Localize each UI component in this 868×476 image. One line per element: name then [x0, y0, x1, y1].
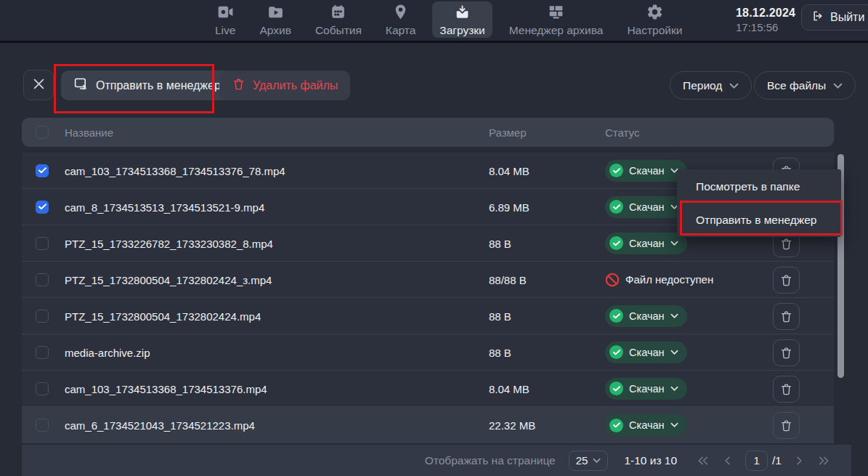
status-text: Скачан — [629, 201, 665, 213]
row-checkbox[interactable] — [36, 310, 49, 323]
status-badge-downloaded[interactable]: Скачан — [605, 305, 687, 327]
current-page-box[interactable]: 1 — [745, 451, 768, 471]
page-size-value: 25 — [576, 454, 588, 467]
delete-file-button[interactable] — [773, 303, 800, 330]
file-size: 8.04 MB — [489, 164, 530, 177]
column-header-name: Название — [65, 126, 113, 139]
tab-map[interactable]: Карта — [378, 1, 423, 38]
tab-archive[interactable]: Архив — [252, 1, 298, 38]
chevron-left-icon — [722, 456, 733, 465]
file-status-cell: Скачан — [605, 196, 687, 218]
range-text: 1-10 из 10 — [624, 454, 677, 467]
chevron-right-icon — [794, 456, 805, 465]
delete-file-button[interactable] — [773, 339, 800, 366]
table-row[interactable]: cam_103_1734513368_1734513376.mp4 8.04 M… — [22, 371, 834, 407]
row-checkbox[interactable] — [36, 164, 49, 177]
file-type-filter-dropdown[interactable]: Все файлы — [754, 71, 856, 100]
column-header-size: Размер — [489, 126, 527, 139]
status-badge-downloaded[interactable]: Скачан — [605, 378, 687, 400]
logout-label: Выйти — [830, 11, 864, 24]
send-to-manager-icon — [73, 76, 89, 94]
status-text: Скачан — [629, 165, 665, 177]
file-name: PTZ_15_1732800504_1732802424_з.mp4 — [65, 273, 272, 286]
row-checkbox[interactable] — [36, 419, 49, 432]
table-row[interactable]: media-archive.zip 88 B Скачан — [22, 334, 834, 371]
tab-downloads[interactable]: Загрузки — [432, 1, 492, 38]
next-page-button[interactable] — [792, 455, 806, 467]
last-page-button[interactable] — [817, 455, 831, 467]
file-name: cam_103_1734513368_1734513376.mp4 — [65, 382, 267, 395]
chevron-down-icon — [670, 350, 678, 355]
table-row[interactable]: cam_6_1734521043_1734521223.mp4 22.32 MB… — [22, 407, 834, 443]
check-circle-icon — [609, 382, 623, 395]
delete-file-button[interactable] — [773, 267, 800, 294]
status-text: Скачан — [629, 238, 665, 249]
row-context-menu: Посмотреть в папке Отправить в менеджер — [677, 169, 841, 237]
check-circle-icon — [609, 200, 623, 214]
status-unavailable: Файл недоступен — [605, 273, 713, 287]
menu-item-send-to-manager[interactable]: Отправить в менеджер — [677, 203, 841, 237]
file-status-cell: Скачан — [605, 160, 687, 182]
chevron-down-icon — [670, 313, 678, 319]
tab-downloads-label: Загрузки — [439, 24, 484, 37]
pager: 1 /1 — [696, 451, 831, 471]
status-badge-downloaded[interactable]: Скачан — [605, 342, 687, 363]
menu-item-show-in-folder[interactable]: Посмотреть в папке — [677, 170, 841, 203]
delete-file-button[interactable] — [773, 412, 800, 439]
file-size: 22.32 MB — [489, 419, 535, 432]
file-status-cell: Скачан — [605, 233, 687, 254]
total-pages-text: /1 — [772, 454, 782, 467]
table-row[interactable]: PTZ_15_1732800504_1732802424_з.mp4 88/88… — [22, 262, 834, 298]
file-status-cell: Скачан — [605, 414, 687, 436]
row-checkbox[interactable] — [36, 201, 49, 214]
check-circle-icon — [609, 309, 623, 323]
period-filter-dropdown[interactable]: Период — [670, 71, 752, 100]
row-checkbox[interactable] — [36, 237, 49, 250]
status-badge-downloaded[interactable]: Скачан — [605, 196, 687, 218]
events-calendar-icon — [329, 3, 347, 21]
delete-files-button[interactable]: Удалить файлы — [219, 70, 350, 100]
send-to-manager-button[interactable]: Отправить в менеджер — [61, 70, 233, 100]
tab-settings[interactable]: Настройки — [620, 1, 689, 38]
tab-archive-manager-label: Менеджер архива — [509, 24, 604, 37]
nav-tabs: Live Архив События Карта — [208, 0, 689, 40]
file-size: 88 B — [489, 346, 511, 358]
live-camera-icon — [216, 3, 235, 21]
file-size: 88/88 B — [489, 273, 527, 286]
file-size: 88 B — [489, 310, 511, 322]
status-badge-downloaded[interactable]: Скачан — [605, 414, 687, 436]
check-circle-icon — [609, 419, 623, 432]
status-text: Скачан — [629, 383, 665, 395]
delete-file-button[interactable] — [773, 376, 800, 403]
file-name: media-archive.zip — [65, 346, 150, 358]
tab-archive-manager[interactable]: Менеджер архива — [502, 1, 611, 38]
downloads-box-icon — [453, 3, 471, 21]
pagination-footer: Отображать на странице 25 1-10 из 10 1 /… — [22, 445, 851, 476]
row-checkbox[interactable] — [36, 382, 49, 395]
blocked-icon — [605, 273, 620, 287]
prev-page-button[interactable] — [721, 455, 734, 467]
tab-live[interactable]: Live — [208, 1, 243, 38]
check-circle-icon — [609, 236, 623, 250]
status-text: Файл недоступен — [625, 273, 713, 286]
status-badge-downloaded[interactable]: Скачан — [605, 160, 687, 182]
page-size-dropdown[interactable]: 25 — [569, 451, 609, 471]
chevron-down-icon — [670, 422, 678, 428]
double-chevron-right-icon — [819, 456, 830, 465]
table-row[interactable]: PTZ_15_1732800504_1732802424.mp4 88 B Ск… — [22, 298, 834, 334]
status-badge-downloaded[interactable]: Скачан — [605, 233, 687, 254]
logout-button[interactable]: Выйти — [801, 4, 868, 31]
tab-events[interactable]: События — [308, 1, 369, 38]
first-page-button[interactable] — [696, 455, 710, 467]
settings-gear-icon — [646, 3, 664, 21]
delete-files-label: Удалить файлы — [253, 79, 338, 92]
page-size-label: Отображать на странице — [425, 454, 556, 467]
clear-selection-button[interactable] — [23, 70, 54, 100]
row-checkbox[interactable] — [36, 273, 49, 286]
file-name: cam_6_1734521043_1734521223.mp4 — [65, 419, 255, 432]
file-status-cell: Скачан — [605, 378, 687, 400]
select-all-checkbox[interactable] — [36, 126, 49, 139]
trash-icon — [779, 237, 793, 251]
trash-icon — [779, 382, 793, 397]
row-checkbox[interactable] — [36, 346, 49, 359]
